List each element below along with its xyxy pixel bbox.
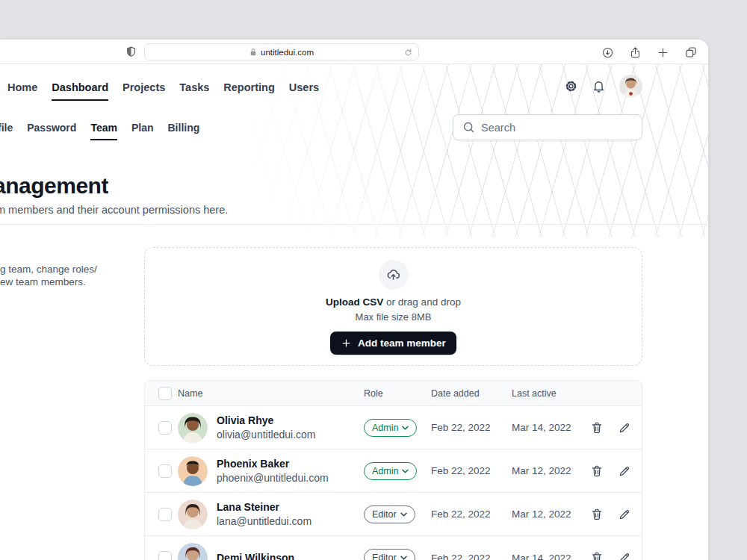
column-header-role: Role: [364, 388, 431, 399]
member-name: Demi Wilkinson: [217, 551, 294, 560]
chevron-down-icon: [402, 426, 409, 430]
reload-icon[interactable]: [403, 48, 413, 57]
member-avatar: [178, 413, 208, 443]
column-header-date-added: Date added: [431, 388, 512, 399]
role-dropdown[interactable]: Editor: [364, 549, 415, 560]
browser-window: untitledui.com: [0, 40, 708, 560]
table-row: Phoenix Baker phoenix@untitledui.com Adm…: [145, 449, 642, 493]
url-text: untitledui.com: [261, 48, 314, 57]
member-name: Phoenix Baker: [217, 457, 329, 471]
section-description-line1: g team, change roles/: [0, 263, 97, 276]
column-header-name: Name: [178, 388, 364, 399]
privacy-shield-icon[interactable]: [125, 46, 137, 58]
last-active-cell: Mar 12, 2022: [512, 508, 590, 520]
upload-drag-text: or drag and drop: [383, 296, 461, 308]
member-name: Lana Steiner: [217, 500, 311, 514]
new-tab-icon[interactable]: [657, 46, 669, 59]
edit-button[interactable]: [618, 508, 631, 521]
row-checkbox[interactable]: [158, 508, 172, 521]
edit-button[interactable]: [618, 551, 631, 560]
last-active-cell: Mar 12, 2022: [512, 465, 590, 476]
page-content: Home Dashboard Projects Tasks Reporting …: [0, 64, 708, 560]
member-avatar: [178, 500, 208, 529]
delete-button[interactable]: [590, 464, 604, 478]
nav-item-reporting[interactable]: Reporting: [223, 81, 274, 101]
member-avatar: [178, 543, 208, 560]
team-table: Name Role Date added Last active: [144, 380, 642, 560]
row-checkbox[interactable]: [158, 421, 172, 435]
page-subtitle: m members and their account permissions …: [0, 204, 228, 216]
role-dropdown[interactable]: Admin: [364, 419, 417, 437]
tab-profile[interactable]: file: [0, 122, 13, 140]
plus-icon: [341, 337, 352, 349]
bell-icon[interactable]: [592, 79, 606, 93]
download-icon[interactable]: [601, 46, 614, 59]
nav-item-dashboard[interactable]: Dashboard: [52, 81, 108, 101]
date-added-cell: Feb 22, 2022: [431, 465, 512, 476]
date-added-cell: Feb 22, 2022: [431, 422, 512, 433]
browser-toolbar: untitledui.com: [0, 40, 708, 64]
page-title: anagement: [0, 173, 108, 199]
last-active-cell: Mar 14, 2022: [512, 422, 590, 433]
lock-icon: [249, 48, 257, 57]
chevron-down-icon: [400, 556, 407, 560]
nav-item-projects[interactable]: Projects: [123, 81, 165, 101]
last-active-cell: Mar 14, 2022: [512, 553, 590, 560]
search-box: [453, 114, 642, 140]
date-added-cell: Feb 22, 2022: [431, 508, 512, 520]
section-description-line2: ew team members.: [0, 276, 97, 288]
member-email: lana@untitledui.com: [217, 514, 311, 529]
search-input[interactable]: [481, 122, 633, 134]
delete-button[interactable]: [590, 508, 604, 521]
search-icon: [462, 121, 475, 134]
add-team-member-button[interactable]: Add team member: [330, 332, 456, 355]
edit-button[interactable]: [618, 421, 631, 435]
member-avatar: [178, 456, 208, 486]
row-checkbox[interactable]: [158, 551, 172, 560]
member-name: Olivia Rhye: [217, 414, 316, 428]
delete-button[interactable]: [590, 551, 604, 560]
table-row: Olivia Rhye olivia@untitledui.com Admin …: [145, 406, 642, 449]
tab-billing[interactable]: Billing: [168, 122, 200, 140]
chevron-down-icon: [400, 512, 407, 517]
date-added-cell: Feb 22, 2022: [431, 553, 512, 560]
gear-icon[interactable]: [564, 79, 578, 93]
section-description: g team, change roles/ ew team members.: [0, 263, 97, 288]
user-avatar[interactable]: [619, 75, 642, 98]
delete-button[interactable]: [590, 421, 604, 435]
table-header-row: Name Role Date added Last active: [145, 381, 642, 406]
share-icon[interactable]: [629, 46, 642, 59]
nav-item-tasks[interactable]: Tasks: [179, 81, 209, 101]
add-team-member-label: Add team member: [358, 337, 446, 349]
member-email: olivia@untitledui.com: [217, 428, 316, 442]
nav-item-users[interactable]: Users: [289, 81, 319, 101]
main-nav: Home Dashboard Projects Tasks Reporting …: [7, 81, 319, 101]
settings-tabs: file Password Team Plan Billing: [0, 122, 199, 140]
tab-password[interactable]: Password: [27, 122, 76, 140]
role-dropdown[interactable]: Admin: [364, 462, 417, 480]
tab-team[interactable]: Team: [90, 122, 117, 140]
tab-overview-icon[interactable]: [684, 46, 698, 59]
select-all-checkbox[interactable]: [158, 387, 172, 400]
url-bar[interactable]: untitledui.com: [144, 43, 419, 60]
upload-size-hint: Max file size 8MB: [356, 311, 432, 323]
nav-item-home[interactable]: Home: [7, 81, 37, 101]
role-dropdown[interactable]: Editor: [364, 505, 415, 523]
member-email: phoenix@untitledui.com: [217, 471, 329, 485]
upload-csv-link[interactable]: Upload CSV: [326, 296, 383, 308]
upload-dropzone[interactable]: Upload CSV or drag and drop Max file siz…: [144, 247, 642, 366]
table-row: Lana Steiner lana@untitledui.com Editor …: [145, 493, 642, 536]
tab-plan[interactable]: Plan: [131, 122, 154, 140]
column-header-last-active: Last active: [512, 388, 590, 399]
row-checkbox[interactable]: [158, 464, 172, 478]
upload-instructions: Upload CSV or drag and drop: [326, 296, 461, 308]
upload-cloud-icon: [379, 260, 409, 290]
table-row: Demi Wilkinson Editor Feb 22, 2022 Mar 1…: [145, 536, 642, 560]
header-divider: [0, 224, 708, 225]
chevron-down-icon: [402, 469, 409, 473]
edit-button[interactable]: [618, 464, 631, 478]
